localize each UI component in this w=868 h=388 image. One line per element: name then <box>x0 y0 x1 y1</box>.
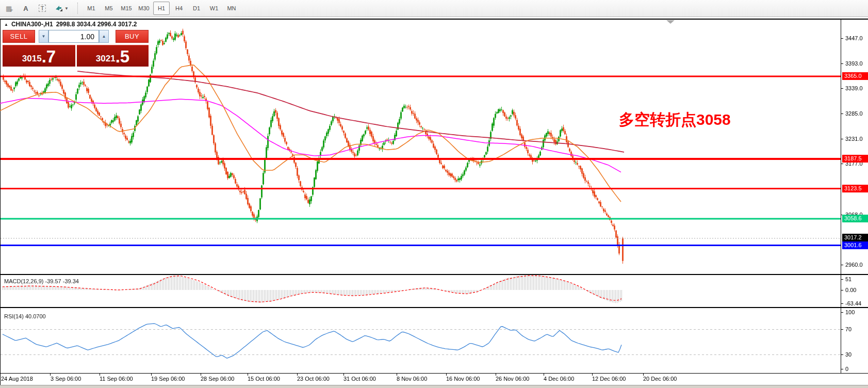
price-line-label: 3058.6 <box>842 215 868 222</box>
price-line-label: 3001.6 <box>842 241 868 249</box>
time-axis-label: 23 Oct 06:00 <box>297 376 330 382</box>
price-line-label: 3365.0 <box>842 72 868 80</box>
rsi-tick-label: 100 <box>845 309 855 316</box>
chart-annotation-text: 多空转折点3058 <box>619 109 731 131</box>
symbol-title: CHINA300-,H1 <box>11 21 53 28</box>
time-axis-label: 4 Dec 06:00 <box>544 376 574 382</box>
time-axis-label: 26 Nov 06:00 <box>496 376 529 382</box>
dropdown-caret-icon: ▼ <box>64 6 69 11</box>
arrows-tool-icon[interactable]: ▼ <box>52 2 72 15</box>
grid-icon-sub: F <box>10 8 13 13</box>
symbol-header: ▲ CHINA300-,H1 2998.8 3034.4 2996.4 3017… <box>4 21 137 28</box>
timeframe-mn[interactable]: MN <box>223 2 240 15</box>
one-click-trade-panel: SELL ▼ ▲ BUY 3015 .7 3021 .5 <box>3 30 149 67</box>
buy-price-whole: 3021 <box>96 53 116 64</box>
volume-input[interactable] <box>48 30 99 43</box>
price-tick-label: 3393.0 <box>845 60 863 68</box>
macd-tick-label: -63.44 <box>845 300 861 308</box>
time-axis-label: 28 Sep 06:00 <box>201 376 234 382</box>
chart-region: ▲ CHINA300-,H1 2998.8 3034.4 2996.4 3017… <box>0 19 868 388</box>
timeframe-h4[interactable]: H4 <box>171 2 187 15</box>
text-tool-icon[interactable]: A <box>19 2 33 15</box>
time-axis-label: 24 Aug 2018 <box>1 376 33 382</box>
top-toolbar: ▦ F A T ▼ M1 M5 M15 M30 H1 H4 D1 W1 MN <box>0 0 868 17</box>
sell-price-button[interactable]: 3015 .7 <box>3 45 75 67</box>
timeframe-w1[interactable]: W1 <box>206 2 222 15</box>
timeframe-m30[interactable]: M30 <box>136 2 152 15</box>
timeframe-m1[interactable]: M1 <box>83 2 100 15</box>
time-axis-label: 12 Dec 06:00 <box>592 376 626 382</box>
sell-price-whole: 3015 <box>22 53 42 64</box>
time-axis-label: 15 Oct 06:00 <box>248 376 280 382</box>
sell-button[interactable]: SELL <box>3 30 35 43</box>
rsi-header: RSI(14) 40.0700 <box>4 313 46 319</box>
price-tick-label: 3339.0 <box>845 85 863 92</box>
volume-decrease-button[interactable]: ▼ <box>39 30 48 43</box>
time-axis-label: 3 Sep 06:00 <box>51 376 81 382</box>
label-tool-icon[interactable]: T <box>35 2 50 15</box>
toolbar-separator <box>77 3 78 14</box>
rsi-tick-label: 0 <box>845 365 848 373</box>
buy-price-frac: .5 <box>116 49 130 64</box>
bottom-edge-strip <box>0 385 868 388</box>
volume-increase-button[interactable]: ▲ <box>99 30 109 43</box>
macd-tick-label: 51 <box>845 276 851 283</box>
price-tick-label: 3447.0 <box>845 35 863 42</box>
timeframe-d1[interactable]: D1 <box>188 2 205 15</box>
sell-price-frac: .7 <box>42 49 56 64</box>
time-axis-label: 8 Nov 06:00 <box>397 376 427 382</box>
price-tick-label: 2960.0 <box>845 261 863 269</box>
buy-price-button[interactable]: 3021 .5 <box>77 45 149 67</box>
time-axis-label: 20 Dec 06:00 <box>643 376 677 382</box>
timeframe-h1[interactable]: H1 <box>153 2 170 15</box>
ohlc-values: 2998.8 3034.4 2996.4 3017.2 <box>56 21 137 28</box>
rsi-tick-label: 70 <box>845 326 851 333</box>
grid-tool-icon[interactable]: ▦ F <box>2 2 17 15</box>
price-line-label: 3187.5 <box>842 155 868 163</box>
price-tick-label: 3285.0 <box>845 110 863 118</box>
macd-tick-label: 0.00 <box>845 286 856 294</box>
time-axis-label: 31 Oct 06:00 <box>343 376 376 382</box>
time-axis-label: 11 Sep 06:00 <box>100 376 133 382</box>
trade-panel-row: SELL ▼ ▲ BUY <box>3 30 149 43</box>
current-price-label: 3017.2 <box>842 234 868 241</box>
arrows-icon <box>55 5 63 12</box>
timeframe-m5[interactable]: M5 <box>101 2 117 15</box>
label-icon: T <box>39 5 46 12</box>
timeframe-m15[interactable]: M15 <box>118 2 135 15</box>
rsi-tick-label: 30 <box>845 351 851 359</box>
price-tick-label: 3231.0 <box>845 135 863 143</box>
time-axis-label: 16 Nov 06:00 <box>446 376 480 382</box>
collapse-arrow-icon[interactable]: ▲ <box>4 22 8 27</box>
price-line-label: 3123.5 <box>842 185 868 192</box>
buy-button[interactable]: BUY <box>116 30 149 43</box>
macd-header: MACD(12,26,9) -39.57 -39.34 <box>4 278 79 284</box>
chart-canvas[interactable] <box>0 19 868 388</box>
time-axis-label: 19 Sep 06:00 <box>151 376 185 382</box>
